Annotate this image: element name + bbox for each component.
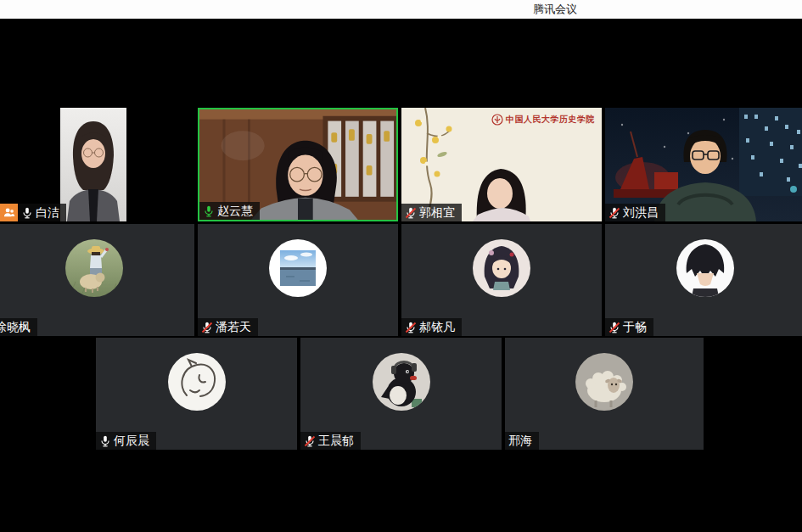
- participant-name: 郝铱凡: [419, 318, 455, 336]
- mic-muted-icon: [608, 321, 621, 334]
- webcam-video: [60, 108, 126, 221]
- window-title: 腾讯会议: [533, 2, 577, 17]
- avatar-anime-girl: [473, 239, 530, 297]
- participant-nameplate: 徐晓枫: [0, 318, 37, 336]
- video-tile-hechenchen[interactable]: 何辰晨: [96, 338, 297, 450]
- video-tile-yuchang[interactable]: 于畅: [605, 224, 802, 336]
- participant-nameplate: 邢海: [505, 432, 539, 450]
- video-tile-baijie[interactable]: 白洁: [0, 108, 194, 221]
- participant-name: 潘若天: [216, 318, 251, 336]
- participant-name: 于畅: [623, 318, 647, 336]
- video-tile-haoyifan[interactable]: 郝铱凡: [401, 224, 602, 336]
- participant-name: 王晨郁: [318, 432, 354, 450]
- mic-muted-icon: [303, 434, 317, 448]
- mic-muted-icon: [404, 321, 418, 334]
- video-tile-zhaoyunhui[interactable]: 赵云慧: [198, 108, 398, 221]
- video-tile-panruotian[interactable]: 潘若天: [198, 224, 398, 336]
- participant-nameplate: 赵云慧: [199, 202, 260, 220]
- participant-name: 刘洪昌: [623, 204, 659, 221]
- mic-speaking-icon: [202, 204, 216, 218]
- participant-nameplate: 王晨郁: [300, 432, 361, 450]
- participant-nameplate: 郝铱凡: [401, 318, 462, 336]
- mic-muted-icon: [608, 206, 621, 220]
- video-tile-xinghai[interactable]: 邢海: [505, 338, 704, 450]
- avatar-anime-boy: [676, 239, 734, 297]
- mic-muted-icon: [200, 321, 214, 334]
- video-tile-liuhongchang[interactable]: 刘洪昌: [605, 108, 802, 221]
- meeting-stage: 白洁: [0, 19, 802, 532]
- people-icon: [3, 206, 15, 219]
- avatar-penguin-plush: [373, 353, 430, 411]
- avatar-girl-with-lamb: [65, 239, 123, 297]
- mic-on-icon: [98, 434, 112, 448]
- video-tile-xuxiaofeng[interactable]: 徐晓枫: [0, 224, 194, 336]
- mic-muted-icon: [404, 206, 418, 220]
- participant-name: 邢海: [508, 432, 532, 450]
- participant-nameplate: 刘洪昌: [605, 204, 665, 221]
- avatar-sheep: [575, 353, 633, 411]
- video-tile-guoxiangyi[interactable]: 中国人民大学历史学院 郭相宜: [401, 108, 602, 221]
- participant-name: 何辰晨: [114, 432, 149, 450]
- participant-name: 徐晓枫: [0, 318, 31, 336]
- participant-name: 白洁: [36, 204, 59, 221]
- avatar-line-art-cat: [168, 353, 226, 411]
- participant-nameplate: 何辰晨: [96, 432, 156, 450]
- participant-nameplate: 于畅: [605, 318, 653, 336]
- background-text: 中国人民大学历史学院: [506, 114, 595, 126]
- meeting-window: 腾讯会议: [0, 0, 802, 532]
- avatar-lake-photo: [269, 239, 327, 297]
- mic-on-icon: [20, 206, 34, 220]
- background-banner: 中国人民大学历史学院: [491, 114, 595, 126]
- window-titlebar[interactable]: 腾讯会议: [0, 0, 802, 19]
- participant-nameplate: 潘若天: [198, 318, 258, 336]
- participant-nameplate: 郭相宜: [401, 204, 462, 221]
- participant-name: 郭相宜: [419, 204, 455, 221]
- member-badge: [0, 204, 18, 221]
- university-emblem-icon: [491, 114, 503, 126]
- participant-name: 赵云慧: [217, 202, 253, 220]
- participant-nameplate: 白洁: [18, 204, 66, 221]
- video-tile-wangchenyu[interactable]: 王晨郁: [300, 338, 502, 450]
